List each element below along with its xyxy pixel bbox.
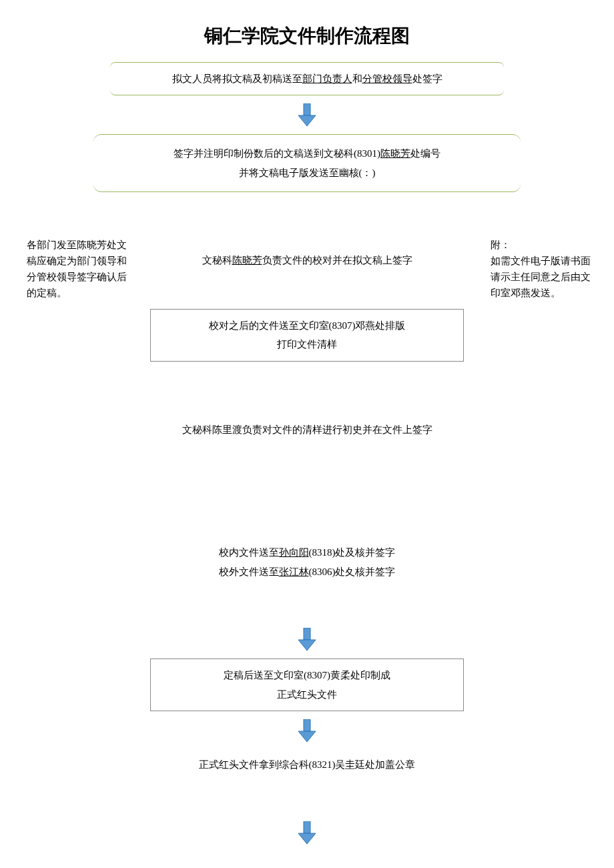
- step-3-u: 陈晓芳: [232, 255, 262, 266]
- step-6: 校内文件送至孙向阳(8318)处及核并签字 校外文件送至张江林(8306)处夊核…: [219, 538, 396, 586]
- step-2-line1b: 处编号: [410, 148, 440, 159]
- svg-rect-4: [304, 719, 310, 731]
- step-2-line1a: 签字并注明印制份数后的文稿送到文秘科(8301): [174, 148, 380, 159]
- step-4-line2: 打印文件清样: [277, 339, 337, 350]
- svg-marker-1: [298, 115, 316, 126]
- step-1-suffix: 处签字: [412, 73, 442, 84]
- step-1-mid: 和: [352, 73, 362, 84]
- flowchart: 拟文人员将拟文稿及初稿送至部门负责人和分管校领导处签字 签字并注明印制份数后的文…: [0, 62, 614, 868]
- svg-marker-7: [298, 833, 316, 844]
- step-6-line1u: 孙向阳: [279, 547, 309, 558]
- page-title: 铜仁学院文件制作流程图: [0, 0, 614, 62]
- svg-marker-5: [298, 731, 316, 742]
- step-1: 拟文人员将拟文稿及初稿送至部门负责人和分管校领导处签字: [110, 62, 504, 95]
- step-6-line2a: 校外文件送至: [219, 566, 279, 577]
- note-left: 各部门发至陈晓芳处文稿应确定为部门领导和分管校领导签字确认后的定稿。: [27, 237, 127, 301]
- step-2: 签字并注明印制份数后的文稿送到文秘科(8301)陈晓芳处编号 并将文稿电子版发送…: [93, 134, 521, 192]
- step-8: 正式红头文件拿到综合科(8321)吴圭廷处加盖公章: [199, 750, 416, 780]
- step-6-line2u: 张江林: [279, 566, 309, 577]
- step-7: 定稿后送至文印室(8307)黄柔处印制成 正式红头文件: [150, 659, 464, 711]
- note-right: 附： 如需文件电子版请书面请示主任同意之后由文印室邓燕发送。: [491, 237, 594, 301]
- step-7-line1: 定稿后送至文印室(8307)黄柔处印制成: [224, 670, 390, 681]
- arrow-down-icon: [297, 719, 317, 742]
- step-2-line2: 并将文稿电子版发送至幽核(：): [239, 167, 376, 178]
- step-3: 文秘科陈晓芳负责文件的校对并在拟文稿上签字: [202, 246, 412, 276]
- arrow-down-icon: [297, 628, 317, 650]
- arrow-down-icon: [297, 821, 317, 844]
- svg-marker-3: [298, 640, 316, 650]
- step-6-line1a: 校内文件送至: [219, 547, 279, 558]
- step-1-u1: 部门负责人: [302, 73, 352, 84]
- step-7-line2: 正式红头文件: [277, 689, 337, 700]
- svg-rect-0: [304, 103, 310, 115]
- step-2-line1u: 陈晓芳: [380, 148, 410, 159]
- arrow-down-icon: [297, 103, 317, 126]
- step-5: 文秘科陈里渡负责对文件的清样进行初史并在文件上签字: [182, 415, 432, 445]
- note-right-body: 如需文件电子版请书面请示主任同意之后由文印室邓燕发送。: [491, 256, 591, 298]
- step-3-b: 负责文件的校对并在拟文稿上签字: [262, 255, 412, 266]
- step-4: 校对之后的文件送至文印室(8307)邓燕处排版 打印文件清样: [150, 309, 464, 362]
- step-1-u2: 分管校领导: [362, 73, 412, 84]
- note-right-head: 附：: [491, 240, 511, 250]
- step-4-line1: 校对之后的文件送至文印室(8307)邓燕处排版: [209, 320, 406, 331]
- step-3-a: 文秘科: [202, 255, 232, 266]
- svg-rect-2: [304, 628, 310, 640]
- step-6-line2b: (8306)处夊核并签字: [309, 566, 396, 577]
- step-1-prefix: 拟文人员将拟文稿及初稿送至: [172, 73, 302, 84]
- step-6-line1b: (8318)处及核并签字: [309, 547, 396, 558]
- svg-rect-6: [304, 821, 310, 833]
